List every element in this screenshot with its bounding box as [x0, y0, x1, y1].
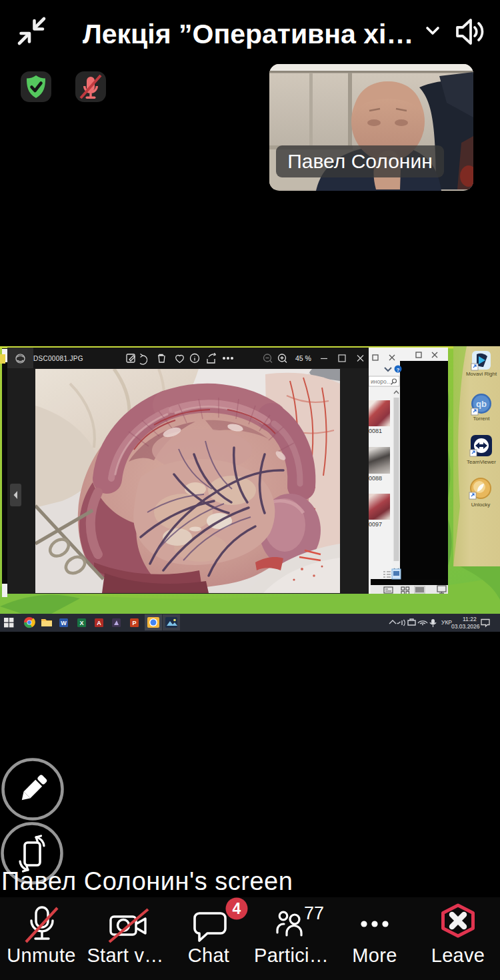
svg-text:P: P — [132, 620, 136, 626]
svg-text:Unlocky: Unlocky — [471, 502, 490, 508]
svg-text:qb: qb — [476, 399, 487, 409]
svg-text:X: X — [79, 620, 83, 626]
svg-text:4: 4 — [233, 900, 241, 917]
svg-text:A: A — [97, 620, 101, 626]
svg-text:03.03.2026: 03.03.2026 — [451, 623, 480, 630]
svg-text:?: ? — [397, 367, 400, 373]
svg-text:иноро…: иноро… — [371, 378, 392, 385]
svg-text:77: 77 — [304, 903, 324, 923]
svg-text:Movavi Right: Movavi Right — [466, 371, 497, 377]
svg-text:УКР: УКР — [441, 619, 452, 626]
svg-text:DSC00081.JPG: DSC00081.JPG — [33, 355, 83, 362]
svg-text:W: W — [61, 620, 67, 626]
svg-text:TeamViewer: TeamViewer — [467, 459, 496, 465]
svg-text:Torrent: Torrent — [473, 416, 491, 422]
svg-text:45 %: 45 % — [295, 354, 311, 362]
svg-text:11:22: 11:22 — [463, 616, 477, 622]
